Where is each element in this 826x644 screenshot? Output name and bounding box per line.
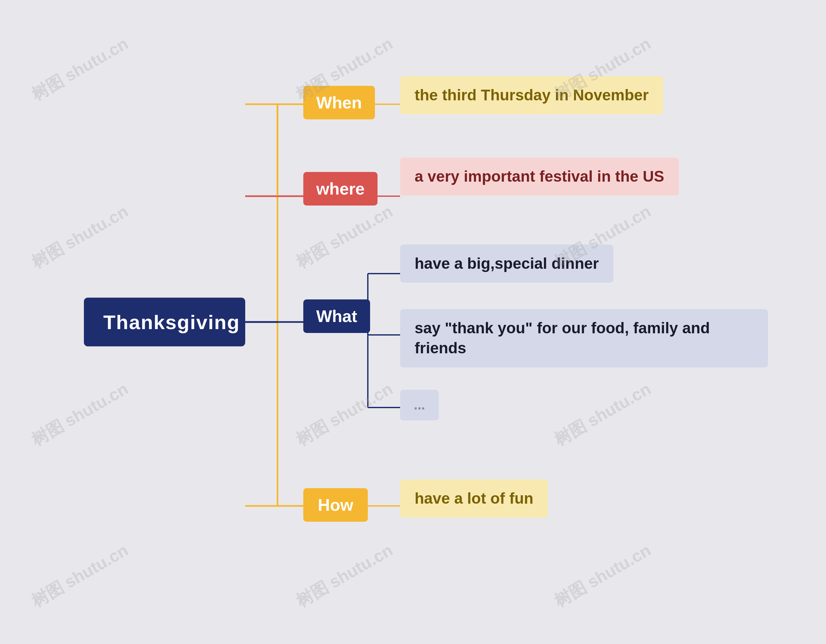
branch-where: where: [303, 172, 377, 205]
where-label: where: [316, 179, 365, 198]
leaf-what-1: have a big,special dinner: [400, 245, 613, 282]
how-text: have a lot of fun: [415, 490, 533, 507]
leaf-when: the third Thursday in November: [400, 76, 663, 114]
when-label: When: [316, 93, 362, 112]
branch-when: When: [303, 86, 375, 119]
leaf-what-2: say "thank you" for our food, family and…: [400, 309, 768, 368]
when-text: the third Thursday in November: [415, 87, 649, 104]
where-text: a very important festival in the US: [415, 168, 665, 185]
how-label: How: [318, 496, 353, 514]
what-text-3: ...: [414, 397, 425, 412]
branch-what: What: [303, 299, 370, 333]
leaf-how: have a lot of fun: [400, 480, 548, 518]
mind-map: Thanksgiving When the third Thursday in …: [58, 48, 768, 596]
what-label: What: [316, 307, 357, 326]
center-label: Thanksgiving: [103, 311, 240, 333]
what-text-2: say "thank you" for our food, family and…: [415, 320, 710, 357]
center-node: Thanksgiving: [84, 298, 245, 346]
what-text-1: have a big,special dinner: [415, 255, 599, 272]
leaf-where: a very important festival in the US: [400, 157, 679, 196]
branch-how: How: [303, 488, 368, 522]
leaf-what-3: ...: [400, 390, 439, 421]
